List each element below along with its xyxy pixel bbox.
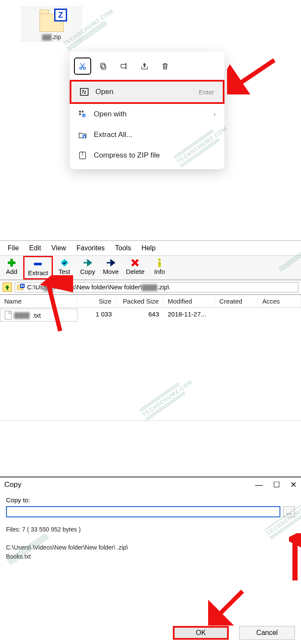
svg-text:7z: 7z xyxy=(82,90,86,94)
zip-file-selected[interactable]: Z ▇▇.zip xyxy=(22,6,82,42)
svg-rect-8 xyxy=(82,111,83,112)
z-overlay-icon: Z xyxy=(54,9,67,21)
delete-icon[interactable] xyxy=(157,58,174,75)
red-arrow-2 xyxy=(39,275,73,335)
path-line: C:\Users\ \Videos\New folder\New folder\… xyxy=(6,543,295,552)
menu-compress[interactable]: Compress to ZIP file xyxy=(70,145,224,166)
tool-copy[interactable]: Copy xyxy=(76,256,99,279)
svg-rect-3 xyxy=(101,63,104,68)
menu-help[interactable]: Help xyxy=(137,243,160,253)
svg-rect-2 xyxy=(102,65,106,70)
dialog-info: Files: 7 ( 33 550 952 bytes ) C:\Users\ … xyxy=(6,525,295,561)
svg-rect-16 xyxy=(158,262,161,267)
ok-button[interactable]: OK xyxy=(173,626,229,640)
copy-to-input[interactable] xyxy=(6,506,280,517)
folder-z-icon: Z xyxy=(17,284,25,291)
tool-add[interactable]: Add xyxy=(0,256,23,279)
x-red-icon xyxy=(131,258,139,268)
menu-edit[interactable]: Edit xyxy=(25,243,46,253)
arrow-right-teal-icon xyxy=(83,258,93,268)
menu-open-with-label: Open with xyxy=(94,110,127,118)
menu-file[interactable]: File xyxy=(3,243,23,253)
compress-icon xyxy=(78,151,87,160)
browse-button[interactable]: ... xyxy=(283,506,295,517)
menu-compress-label: Compress to ZIP file xyxy=(94,151,160,160)
col-packed-size[interactable]: Packed Size xyxy=(116,295,163,307)
red-arrow-4 xyxy=(289,533,301,585)
cell-size: 1 033 xyxy=(77,309,116,322)
plus-icon xyxy=(7,258,16,268)
menu-extract-label: Extract All... xyxy=(94,131,132,139)
svg-text:Z: Z xyxy=(22,285,24,288)
info-icon xyxy=(157,258,163,268)
svg-rect-7 xyxy=(79,111,81,112)
maximize-button[interactable]: ☐ xyxy=(273,480,280,489)
red-arrow-3 xyxy=(208,587,247,626)
svg-rect-9 xyxy=(79,113,81,115)
dialog-titlebar: Copy — ☐ ✕ xyxy=(0,477,301,492)
up-button[interactable] xyxy=(3,283,12,292)
chevron-right-icon: › xyxy=(213,110,216,118)
open-with-icon xyxy=(78,110,87,118)
col-modified[interactable]: Modified xyxy=(163,295,215,307)
minus-icon xyxy=(33,259,43,269)
7z-icon: 7z xyxy=(80,88,89,96)
tool-delete[interactable]: Delete xyxy=(123,256,148,279)
menu-tools[interactable]: Tools xyxy=(111,243,135,253)
copy-icon[interactable] xyxy=(95,58,112,75)
menu-view[interactable]: View xyxy=(47,243,70,253)
svg-point-15 xyxy=(158,258,161,261)
txt-file-icon xyxy=(5,311,12,319)
files-count-line: Files: 7 ( 33 550 952 bytes ) xyxy=(6,525,295,534)
cell-modified: 2018-11-27... xyxy=(163,309,215,322)
share-icon[interactable] xyxy=(136,58,153,75)
menu-open-shortcut: Enter xyxy=(199,88,214,96)
svg-rect-4 xyxy=(121,64,126,68)
arrow-right-navy-icon xyxy=(106,258,116,268)
svg-line-20 xyxy=(48,283,60,331)
extract-icon xyxy=(78,131,87,139)
red-arrow-1 xyxy=(227,56,279,94)
menu-open[interactable]: 7z Open Enter xyxy=(70,80,224,104)
svg-line-21 xyxy=(215,591,243,619)
menu-favorites[interactable]: Favorites xyxy=(72,243,109,253)
dialog-title: Copy xyxy=(4,480,22,489)
zip-file-label: ▇▇.zip xyxy=(22,33,81,40)
tool-move[interactable]: Move xyxy=(99,256,123,279)
close-button[interactable]: ✕ xyxy=(290,480,297,489)
file-line: Books.txt xyxy=(6,552,295,561)
col-size[interactable]: Size xyxy=(77,295,116,307)
col-created[interactable]: Created xyxy=(215,295,258,307)
menu-extract-all[interactable]: Extract All... xyxy=(70,125,224,145)
menubar: File Edit View Favorites Tools Help xyxy=(0,241,301,255)
cancel-button[interactable]: Cancel xyxy=(239,626,295,640)
col-accessed[interactable]: Acces xyxy=(258,295,301,307)
context-menu: 7z Open Enter Open with › Extract All...… xyxy=(70,52,224,169)
svg-rect-14 xyxy=(34,263,42,265)
copy-to-label: Copy to: xyxy=(6,496,295,504)
tool-info[interactable]: Info xyxy=(148,256,171,279)
svg-line-13 xyxy=(235,60,274,87)
context-menu-toolbar xyxy=(70,55,224,80)
cut-icon[interactable] xyxy=(74,58,91,75)
zip-folder-icon: Z xyxy=(38,9,65,32)
menu-open-with[interactable]: Open with › xyxy=(70,104,224,125)
rename-icon[interactable] xyxy=(115,58,132,75)
minimize-button[interactable]: — xyxy=(255,480,263,489)
check-diamond-icon xyxy=(60,258,69,268)
menu-open-label: Open xyxy=(95,88,114,96)
cell-psize: 643 xyxy=(116,309,163,322)
